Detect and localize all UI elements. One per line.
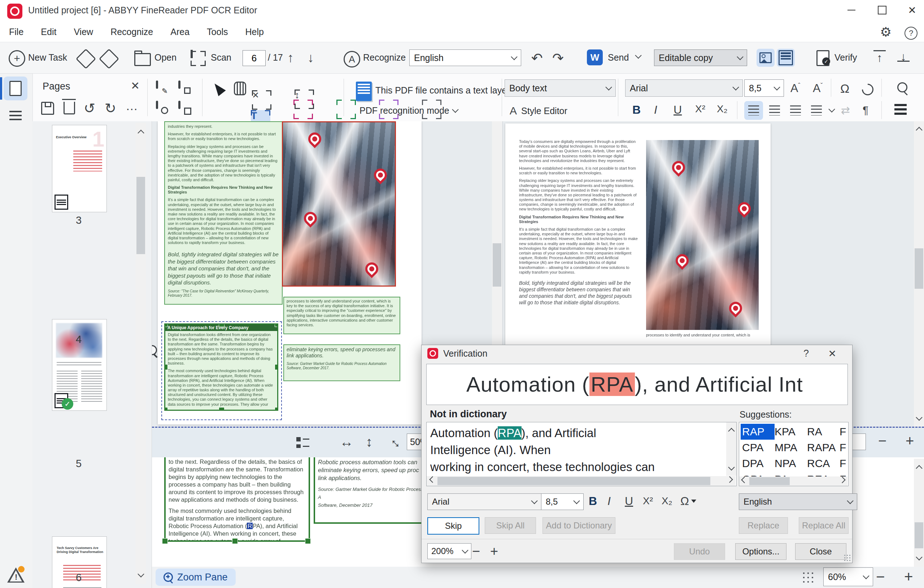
verify-button[interactable]: Verify <box>835 52 857 63</box>
subscript-button[interactable]: X₂ <box>717 103 728 115</box>
table-area-tool[interactable] <box>337 100 356 119</box>
zoom-pane-zoom-in-icon[interactable]: + <box>906 433 914 449</box>
skip-all-button[interactable]: Skip All <box>485 517 536 534</box>
indent-icon[interactable]: ⇄ <box>841 104 850 117</box>
prev-page-icon[interactable]: ↑ <box>287 50 294 65</box>
language-select[interactable]: English <box>409 50 521 66</box>
dialog-language-select[interactable]: English <box>739 494 857 510</box>
suggestions-list[interactable]: RAP KPA RA F CPA MPA RAPA F DPA NPA RCA … <box>739 422 848 486</box>
pdf-recognition-mode[interactable]: PDF recognition mode <box>360 106 458 116</box>
menu-edit[interactable]: Edit <box>41 27 56 37</box>
select-cursor-tool[interactable] <box>209 79 228 98</box>
image-area-block[interactable] <box>282 121 396 287</box>
copy-page-icon[interactable] <box>178 102 180 108</box>
add-pages-icon[interactable] <box>76 49 96 69</box>
export-icon[interactable]: ↓ <box>897 50 909 62</box>
rotate-right-icon[interactable]: ↻ <box>105 100 116 116</box>
text-view-toggle[interactable] <box>777 49 795 67</box>
delete-area-tool[interactable]: ✕ <box>252 90 271 110</box>
dialog-zoom-in-icon[interactable]: + <box>490 543 498 559</box>
underline-button[interactable]: U <box>673 103 682 117</box>
pages-scrollbar-thumb[interactable] <box>137 177 145 254</box>
scan-button[interactable]: Scan <box>211 52 231 63</box>
paragraph-mark-icon[interactable]: ¶ <box>863 104 868 116</box>
font-select[interactable]: Arial <box>625 79 743 97</box>
menu-recognize[interactable]: Recognize <box>111 27 153 37</box>
image-area-tool[interactable] <box>294 100 313 119</box>
undo-icon[interactable]: ↶ <box>531 50 543 66</box>
left-pane-scrollbar-thumb[interactable] <box>493 243 502 287</box>
hand-tool[interactable] <box>230 79 250 98</box>
main-zoom-in-icon[interactable]: + <box>904 568 913 585</box>
superscript-button[interactable]: X² <box>695 103 705 115</box>
replace-all-button[interactable]: Replace All <box>799 517 848 534</box>
fit-page-icon[interactable]: ↔ <box>386 432 407 452</box>
delete-page-icon[interactable] <box>64 102 75 114</box>
right-pane-scrollbar[interactable] <box>914 121 924 427</box>
maximize-button[interactable] <box>872 2 893 18</box>
menu-area[interactable]: Area <box>170 27 190 37</box>
send-button[interactable]: Send <box>608 52 629 63</box>
main-zoom-select[interactable]: 60% <box>823 567 873 586</box>
text-area-block-c[interactable]: eliminate keying errors, speed up proces… <box>283 344 400 381</box>
italic-button[interactable]: I <box>654 103 657 117</box>
fit-width-icon[interactable]: ↔ <box>340 434 353 450</box>
zoom-pane-scrollbar-thumb[interactable] <box>915 522 923 548</box>
align-justify-button[interactable] <box>807 101 826 120</box>
zoom-pane-scroll-down-icon[interactable] <box>916 554 922 560</box>
save-pages-icon[interactable] <box>41 102 54 115</box>
list-settings-icon[interactable] <box>894 104 907 115</box>
page-thumbnail-4[interactable]: ✓ <box>52 319 107 411</box>
search-icon[interactable] <box>897 82 908 92</box>
fit-height-icon[interactable]: ↕ <box>366 434 373 450</box>
replace-button[interactable]: Replace <box>739 517 788 534</box>
details-view-icon[interactable] <box>296 436 309 448</box>
style-select[interactable]: Body text <box>505 79 616 97</box>
recognize-button[interactable]: Recognize <box>363 52 406 63</box>
open-button[interactable]: Open <box>155 52 177 63</box>
redo-icon[interactable]: ↷ <box>552 50 564 66</box>
pages-stack-icon[interactable] <box>99 49 119 69</box>
dialog-zoom-out-icon[interactable]: − <box>472 543 480 559</box>
text-area-block-selected[interactable]: A Unique Approach for Every Company Digi… <box>164 324 278 411</box>
new-task-button[interactable]: New Task <box>28 52 67 63</box>
special-char-icon[interactable]: Ω <box>840 82 849 96</box>
zoom-pane-zoom-out-icon[interactable]: − <box>878 433 886 449</box>
more-options-icon[interactable]: … <box>125 99 138 113</box>
dialog-italic-button[interactable]: I <box>607 494 611 508</box>
align-right-button[interactable] <box>786 101 805 120</box>
dialog-close-icon[interactable]: ✕ <box>828 348 836 360</box>
pages-scroll-up-icon[interactable] <box>137 130 144 136</box>
next-page-icon[interactable]: ↓ <box>307 50 314 65</box>
page-number-input[interactable] <box>243 50 266 66</box>
menu-file[interactable]: File <box>9 27 23 37</box>
close-button[interactable]: ✕ <box>902 2 922 18</box>
edit-image-icon[interactable]: ✎ <box>156 82 158 88</box>
dialog-bold-button[interactable]: B <box>589 494 597 508</box>
text-area-block-a[interactable]: industries they represent. However, for … <box>164 121 283 305</box>
dialog-undo-button[interactable]: Undo <box>674 543 725 560</box>
format-select[interactable]: Editable copy <box>654 50 747 66</box>
style-editor-button[interactable]: AStyle Editor <box>510 105 568 117</box>
right-pane-scroll-up-icon[interactable] <box>916 127 922 133</box>
align-center-button[interactable] <box>765 101 784 120</box>
align-left-button[interactable] <box>744 101 763 120</box>
text-area-block-b[interactable]: processes to identify and understand you… <box>283 297 400 334</box>
page-preview-icon[interactable] <box>156 102 158 108</box>
verification-text-editor[interactable]: Automation (RPA), and Artificial Intelli… <box>426 422 737 486</box>
settings-gear-icon[interactable]: ⚙ <box>880 25 891 40</box>
dialog-resize-grip[interactable] <box>843 554 851 561</box>
suggestions-h-scrollbar[interactable] <box>739 476 848 486</box>
skip-button[interactable]: Skip <box>427 517 479 535</box>
pages-panel-close-icon[interactable]: ✕ <box>131 79 140 92</box>
zoom-pane-button[interactable]: Zoom Pane <box>155 568 236 586</box>
pages-scrollbar[interactable] <box>136 123 146 584</box>
pages-view-button[interactable] <box>3 76 27 100</box>
dialog-superscript-button[interactable]: X² <box>643 495 653 507</box>
import-icon[interactable]: ↑ <box>873 50 886 64</box>
increase-font-icon[interactable]: Aˆ <box>790 82 800 95</box>
dialog-subscript-button[interactable]: X₂ <box>662 495 672 507</box>
dialog-underline-button[interactable]: U <box>625 494 633 508</box>
main-zoom-out-icon[interactable]: − <box>876 568 885 585</box>
add-to-dictionary-button[interactable]: Add to Dictionary <box>543 517 615 534</box>
